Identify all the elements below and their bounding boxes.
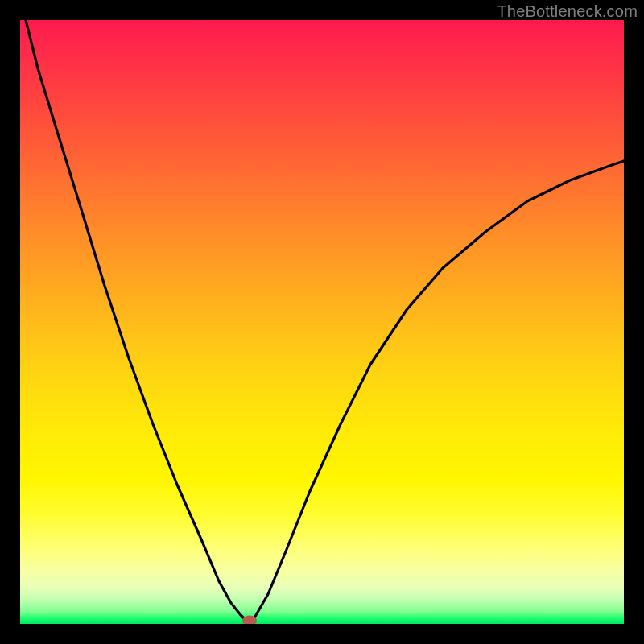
plot-area bbox=[20, 20, 624, 624]
watermark-text: TheBottleneck.com bbox=[497, 2, 638, 21]
chart-frame: TheBottleneck.com bbox=[0, 0, 644, 644]
curve-layer bbox=[20, 20, 624, 624]
bottleneck-curve bbox=[26, 20, 624, 624]
